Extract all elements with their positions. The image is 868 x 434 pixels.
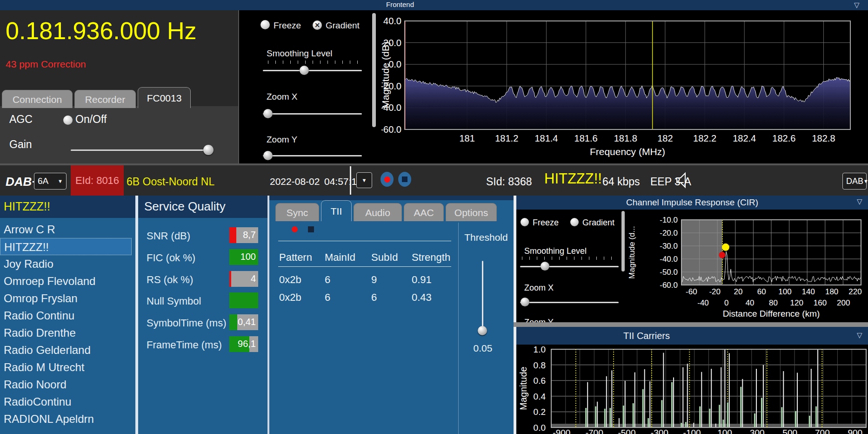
threshold-slider-track[interactable] — [482, 261, 483, 332]
dab-status-bar: DAB+ 6A ▼ EId: 8016 6B Oost-Noord NL 202… — [0, 163, 868, 196]
svg-text:300: 300 — [750, 428, 765, 434]
station-list-item[interactable]: RADIONL Apeldrn — [0, 410, 135, 427]
collapse-triangle-icon[interactable]: ▽ — [857, 331, 862, 339]
tab-sync[interactable]: Sync — [275, 203, 319, 221]
output-select[interactable]: DAB ▼ — [842, 173, 867, 190]
tab-options[interactable]: Options — [446, 203, 497, 221]
cir-smoothing-label: Smoothing Level — [524, 246, 587, 256]
smoothing-slider-track[interactable] — [263, 70, 362, 71]
station-list-item[interactable]: RadioContinu — [0, 393, 135, 410]
sq-row-value: 96,1 — [238, 339, 256, 349]
tick-mark — [283, 61, 283, 64]
cir-freeze-radio[interactable] — [521, 218, 529, 226]
tick-mark — [567, 257, 567, 260]
gradient-radio-checked[interactable]: ✕ — [313, 20, 322, 30]
freeze-radio[interactable] — [260, 20, 270, 29]
frontend-spectrum-chart: 40.020.00.0-20.0-40.0-60.0181181.2181.41… — [381, 12, 868, 163]
freeze-label: Freeze — [274, 20, 301, 31]
zoom-y-slider-knob[interactable] — [263, 151, 273, 160]
gain-slider-track[interactable] — [71, 149, 210, 151]
svg-text:-50.0: -50.0 — [660, 268, 678, 277]
svg-text:181.4: 181.4 — [534, 133, 558, 143]
tick-mark — [529, 257, 530, 260]
record-button[interactable] — [381, 172, 394, 187]
channel-select-value: 6A — [38, 176, 48, 186]
threshold-slider-knob[interactable] — [478, 326, 487, 335]
cir-scrollbar[interactable] — [621, 211, 625, 271]
tick-mark — [596, 257, 597, 260]
cir-gradient-radio[interactable] — [570, 218, 579, 226]
collapse-triangle-icon[interactable]: ▽ — [857, 197, 862, 206]
station-list-item[interactable]: Radio Drenthe — [0, 324, 135, 341]
sq-row-value: 0,41 — [238, 317, 256, 327]
horizontal-splitter[interactable] — [514, 322, 868, 327]
cir-zoom-x-knob[interactable] — [521, 298, 529, 306]
tab-aac[interactable]: AAC — [404, 203, 444, 221]
speaker-icon[interactable] — [675, 171, 691, 189]
station-list-item[interactable]: Joy Radio — [0, 255, 135, 272]
frequency-display: 0.181.936.000 Hz — [6, 17, 197, 45]
zoom-y-slider-track[interactable] — [263, 155, 362, 156]
cir-smoothing-track[interactable] — [520, 266, 619, 267]
channel-select[interactable]: 6A ▼ — [34, 173, 67, 190]
tab-fc0013[interactable]: FC0013 — [138, 87, 191, 108]
x-check-icon: ✕ — [313, 20, 322, 30]
svg-text:200: 200 — [837, 298, 850, 307]
tick-mark — [589, 257, 589, 260]
chevron-down-icon: ▼ — [362, 177, 367, 183]
station-list-item[interactable]: Arrow C R — [0, 221, 135, 238]
frontend-scrollbar[interactable] — [372, 13, 376, 127]
stations-panel: HITZZZ!! Arrow C RHITZZZ!!Joy RadioOmroe… — [0, 196, 135, 434]
tab-tii[interactable]: TII — [321, 200, 352, 221]
stop-square-icon — [402, 176, 407, 182]
station-list-item[interactable]: Radio M Utrecht — [0, 359, 135, 376]
svg-text:140: 140 — [802, 287, 815, 296]
tab-audio[interactable]: Audio — [354, 203, 402, 221]
smoothing-slider-knob[interactable] — [300, 66, 309, 75]
svg-text:-30.0: -30.0 — [660, 242, 678, 251]
sq-row-label: SymbolTime (ms) — [147, 317, 227, 329]
dropdown-caret-button[interactable]: ▼ — [356, 172, 372, 188]
tii-tab-row: SyncTIIAudioAACOptions — [275, 200, 497, 221]
station-list-item[interactable]: Radio Continu — [0, 307, 135, 324]
gain-slider-knob[interactable] — [203, 145, 214, 155]
station-list-item[interactable]: Radio Noord — [0, 376, 135, 393]
sq-row-bar: 4 — [229, 271, 258, 287]
svg-text:900: 900 — [848, 428, 862, 434]
station-list-item[interactable]: HITZZZ!! — [0, 238, 132, 255]
station-list-item[interactable]: Radio Gelderland — [0, 341, 135, 359]
svg-text:Distance Difference (km): Distance Difference (km) — [723, 309, 820, 319]
tick-mark — [357, 61, 358, 64]
ensemble-name: 6B Oost-Noord NL — [127, 176, 214, 188]
cir-zoom-x-track[interactable] — [520, 302, 619, 303]
svg-text:-40: -40 — [697, 298, 709, 307]
stations-panel-header: HITZZZ!! — [0, 196, 135, 218]
tab-recorder[interactable]: Recorder — [74, 90, 136, 108]
sq-row-bar: 96,1 — [229, 336, 258, 352]
agc-onoff-radio[interactable] — [63, 115, 73, 125]
svg-text:181.2: 181.2 — [495, 133, 518, 143]
frontend-titlebar: Frontend ▽ — [0, 0, 868, 10]
zoom-x-slider-track[interactable] — [263, 113, 362, 115]
service-id-label: SId: 8368 — [486, 176, 532, 188]
svg-text:220: 220 — [848, 287, 861, 296]
station-list-item[interactable]: Omrop Fryslan — [0, 290, 135, 307]
svg-text:60: 60 — [757, 287, 766, 296]
service-quality-header: Service Quality — [138, 196, 267, 218]
tab-connection[interactable]: Connection — [2, 90, 73, 108]
station-list-item[interactable]: Omroep Flevoland — [0, 272, 135, 290]
fic-status-square-icon — [308, 226, 314, 232]
sq-row-bar — [229, 292, 258, 308]
zoom-x-slider-knob[interactable] — [263, 109, 273, 118]
stop-button[interactable] — [398, 172, 411, 187]
svg-text:40.0: 40.0 — [383, 16, 401, 26]
tick-mark — [275, 61, 276, 64]
frontend-left-panel: 0.181.936.000 Hz 43 ppm Correction Conne… — [0, 10, 239, 163]
cir-smoothing-knob[interactable] — [541, 262, 549, 271]
svg-text:0.0: 0.0 — [534, 423, 546, 433]
svg-text:-60: -60 — [686, 287, 697, 296]
collapse-triangle-icon[interactable]: ▽ — [854, 1, 860, 9]
svg-text:182.6: 182.6 — [772, 133, 795, 143]
tick-mark — [335, 61, 335, 64]
svg-text:-60.0: -60.0 — [660, 281, 678, 290]
